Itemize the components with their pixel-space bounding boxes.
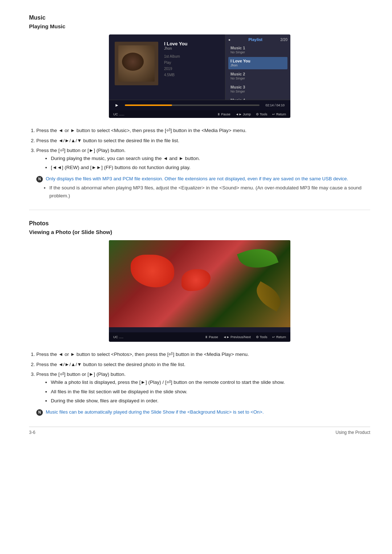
play-mode: Play [164,59,225,66]
play-icon: ► [115,103,119,108]
return-button[interactable]: ↩ Return [272,112,286,116]
playlist-header: ● Playlist 2/20 [228,37,287,42]
photos-instructions: Press the ◄ or ► button to select <Photo… [29,350,370,416]
note-icon-1: N [36,176,43,182]
page-footer: 3-6 Using the Product [29,427,370,435]
playlist-item-3: Music 2 No Singer [228,70,287,82]
photo-usb-label: UC ..... [113,335,123,339]
photos-note-1: Music files can be automatically played … [46,409,264,416]
photos-step-3: Press the [⏎] button or [►] (Play) butto… [36,370,370,405]
player-bottom-bar: UC ...... ⏸ Pause ◄► Jump ⚙ Tools ↩ Retu… [109,110,290,118]
photos-title: Photos [29,220,370,227]
progress-fill [125,104,172,106]
tools-button[interactable]: ⚙ Tools [256,112,267,116]
album-art-image [118,45,155,82]
playlist-item-1: Music 1 No Singer [228,44,287,56]
playlist-icon: ● [228,38,230,42]
music-sub-1: During playing the music, you can search… [51,155,370,163]
photo-leaf-decoration-2 [252,282,286,312]
photo-pause-button[interactable]: ⏸ Pause [205,335,218,339]
photo-player-screenshot: 🖼 ► Normal Image1024.jpg 1024x768 2009/0… [109,240,290,342]
photo-bottom-bar: UC ..... ⏸ Pause ◄► Previous/Next ⚙ Tool… [109,332,290,342]
photo-prevnext-button[interactable]: ◄► Previous/Next [223,335,251,339]
file-size: 4.5MB [164,72,225,78]
photos-step-1: Press the ◄ or ► button to select <Photo… [36,350,370,358]
photos-step-2: Press the ◄/►/▲/▼ button to select the d… [36,361,370,369]
player-controls: ► 02:14 / 04:10 [109,100,290,110]
photo-return-button[interactable]: ↩ Return [272,335,286,339]
photos-sub-1: While a photo list is displayed, press t… [51,378,370,386]
usb-label: UC ...... [113,112,124,116]
player-top-area: I Love You Jhon 1st Album Play 2019 4.5M… [109,34,290,100]
playlist-label: Playlist [249,37,263,42]
music-note-1-row: N Only displays the files with MP3 and P… [36,175,370,182]
music-step-1: Press the ◄ or ► button to select <Music… [36,127,370,135]
progress-bar [125,104,260,106]
photos-section: Photos Viewing a Photo (or Slide Show) 🖼… [29,220,370,416]
music-step-3: Press the [⏎] button or [►] (Play) butto… [36,147,370,172]
song-title: I Love You [164,41,225,46]
music-note-1: Only displays the files with MP3 and PCM… [46,175,348,182]
music-note-2: If the sound is abnormal when playing MP… [49,184,370,200]
time-display: 02:14 / 04:10 [265,103,285,107]
playlist-panel: ● Playlist 2/20 Music 1 No Singer I Love… [225,34,290,100]
music-step-2: Press the ◄/►/▲/▼ button to select the d… [36,137,370,145]
section-divider [29,210,370,210]
artist-name: Jhon [164,46,225,50]
music-sub-2: [◄◄] (REW) and [►►] (FF) buttons do not … [51,164,370,172]
album-meta: 1st Album Play 2019 4.5MB [164,53,225,78]
photo-leaf-decoration-1 [237,242,278,275]
photos-sub-2: All files in the file list section will … [51,388,370,396]
jump-button[interactable]: ◄► Jump [236,112,251,116]
playlist-item-2-active: I Love You Jhon [228,57,287,69]
photos-sub-3: During the slide show, files are display… [51,397,370,405]
music-title: Music [29,15,370,21]
photo-tools-button[interactable]: ⚙ Tools [256,335,267,339]
music-instructions: Press the ◄ or ► button to select <Music… [29,127,370,200]
music-note-2-list: If the sound is abnormal when playing MP… [44,184,370,200]
year: 2019 [164,66,225,72]
photos-note-icon: N [36,409,43,416]
music-section: Music Playing Music I Love You Jhon 1st … [29,15,370,200]
photo-main-image [109,240,290,327]
photo-bottom-buttons: ⏸ Pause ◄► Previous/Next ⚙ Tools ↩ Retur… [205,335,286,339]
player-info: I Love You Jhon 1st Album Play 2019 4.5M… [164,34,225,100]
playlist-count: 2/20 [281,38,287,42]
album-label: 1st Album [164,53,225,59]
music-player-screenshot: I Love You Jhon 1st Album Play 2019 4.5M… [109,34,290,118]
page-number: 3-6 [29,430,35,435]
bottom-buttons: ⏸ Pause ◄► Jump ⚙ Tools ↩ Return [217,112,286,116]
photos-note-1-row: N Music files can be automatically playe… [36,409,370,416]
playlist-item-4: Music 3 No Singer [228,83,287,95]
viewing-photo-title: Viewing a Photo (or Slide Show) [29,229,370,235]
playing-music-title: Playing Music [29,23,370,29]
album-art [115,42,158,85]
footer-label: Using the Product [336,430,370,435]
pause-button[interactable]: ⏸ Pause [217,112,230,116]
